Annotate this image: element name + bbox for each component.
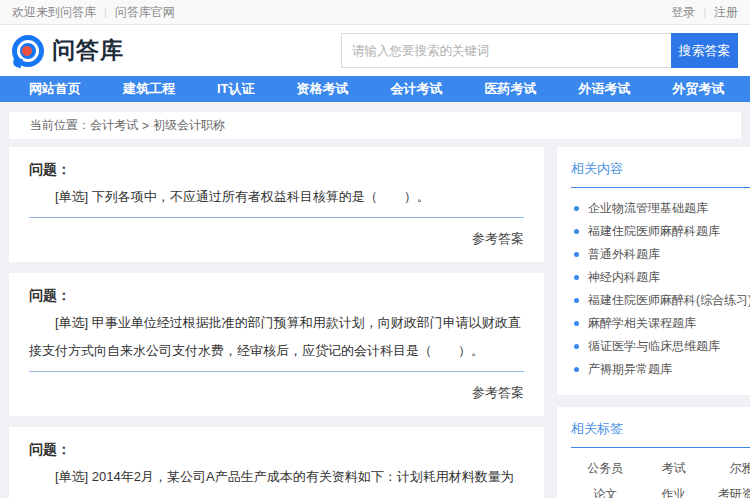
bullet-dot-icon	[574, 298, 579, 303]
bullet-dot-icon	[574, 206, 579, 211]
topbar-left: 欢迎来到问答库 | 问答库官网	[12, 4, 175, 21]
related-content-item-label: 循证医学与临床思维题库	[588, 335, 720, 358]
related-content-item[interactable]: 福建住院医师麻醉科题库	[571, 220, 750, 243]
nav-item[interactable]: 会计考试	[370, 76, 464, 102]
related-content-title: 相关内容	[571, 160, 750, 188]
header: 问答库 搜索答案	[0, 25, 750, 76]
nav-item[interactable]: 外贸考试	[652, 76, 746, 102]
related-content-item[interactable]: 麻醉学相关课程题库	[571, 312, 750, 335]
related-tags-box: 相关标签 公务员考试尔雅论文作业考研资料	[557, 407, 750, 498]
question-title: 问题：	[29, 161, 524, 179]
question-card: 问题： [单选] 下列各项中，不应通过所有者权益科目核算的是（ ）。 参考答案	[9, 147, 544, 262]
question-title: 问题：	[29, 287, 524, 305]
reference-answer-link[interactable]: 参考答案	[29, 384, 524, 402]
tag-grid: 公务员考试尔雅论文作业考研资料	[571, 460, 750, 498]
question-text: [单选] 2014年2月，某公司A产品生产成本的有关资料如下：计划耗用材料数量为…	[29, 463, 524, 498]
question-cards: 问题： [单选] 下列各项中，不应通过所有者权益科目核算的是（ ）。 参考答案 …	[9, 147, 544, 498]
tag-link[interactable]: 论文	[593, 486, 617, 498]
question-text: [单选] 甲事业单位经过根据批准的部门预算和用款计划，向财政部门申请以财政直接支…	[29, 309, 524, 372]
logo-speech-bubble-icon	[12, 35, 44, 67]
question-card: 问题： [单选] 甲事业单位经过根据批准的部门预算和用款计划，向财政部门申请以财…	[9, 273, 544, 416]
related-content-item[interactable]: 普通外科题库	[571, 243, 750, 266]
breadcrumb-category-link[interactable]: 会计考试	[90, 117, 138, 134]
question-list: 问题： [单选] 下列各项中，不应通过所有者权益科目核算的是（ ）。 参考答案 …	[9, 147, 544, 498]
search-answers-button[interactable]: 搜索答案	[671, 33, 738, 68]
question-title: 问题：	[29, 441, 524, 459]
divider: |	[104, 6, 107, 18]
related-content-item-label: 企业物流管理基础题库	[588, 197, 708, 220]
main-nav: 网站首页建筑工程IT认证资格考试会计考试医药考试外语考试外贸考试学历考试	[0, 76, 750, 102]
related-content-item-label: 福建住院医师麻醉科题库	[588, 220, 720, 243]
official-site-link[interactable]: 问答库官网	[115, 4, 175, 21]
nav-item[interactable]: 学历考试	[746, 76, 750, 102]
main-area: 问题： [单选] 下列各项中，不应通过所有者权益科目核算的是（ ）。 参考答案 …	[0, 147, 750, 498]
bullet-dot-icon	[574, 344, 579, 349]
related-content-item[interactable]: 循证医学与临床思维题库	[571, 335, 750, 358]
sidebar: 相关内容 企业物流管理基础题库 福建住院医师麻醉科题库 普通外科题库 神经内科题…	[557, 147, 750, 498]
nav-item[interactable]: 资格考试	[276, 76, 370, 102]
search-input[interactable]	[341, 33, 671, 68]
related-content-item-label: 普通外科题库	[588, 243, 660, 266]
tag-link[interactable]: 考研资料	[718, 486, 750, 498]
nav-item[interactable]: 医药考试	[464, 76, 558, 102]
breadcrumb-current: 初级会计职称	[153, 117, 225, 134]
related-content-item-label: 福建住院医师麻醉科(综合练习)题库	[588, 289, 750, 312]
nav-item[interactable]: 外语考试	[558, 76, 652, 102]
related-tags-title: 相关标签	[571, 420, 750, 448]
bullet-dot-icon	[574, 252, 579, 257]
welcome-text: 欢迎来到问答库	[12, 4, 96, 21]
breadcrumb-separator: >	[142, 119, 149, 133]
bullet-dot-icon	[574, 321, 579, 326]
related-content-item[interactable]: 企业物流管理基础题库	[571, 197, 750, 220]
nav-item[interactable]: 建筑工程	[102, 76, 196, 102]
tag-link[interactable]: 公务员	[587, 460, 623, 477]
breadcrumb: 当前位置： 会计考试 > 初级会计职称	[9, 112, 741, 139]
nav-item[interactable]: 网站首页	[8, 76, 102, 102]
bullet-dot-icon	[574, 275, 579, 280]
reference-answer-link[interactable]: 参考答案	[29, 230, 524, 248]
register-link[interactable]: 注册	[714, 4, 738, 21]
tag-link[interactable]: 考试	[661, 460, 685, 477]
related-content-item[interactable]: 神经内科题库	[571, 266, 750, 289]
topbar-right: 登录 | 注册	[671, 4, 738, 21]
topbar: 欢迎来到问答库 | 问答库官网 登录 | 注册	[0, 0, 750, 25]
related-content-item[interactable]: 福建住院医师麻醉科(综合练习)题库	[571, 289, 750, 312]
divider: |	[703, 6, 706, 18]
tag-link[interactable]: 尔雅	[730, 460, 750, 477]
related-content-box: 相关内容 企业物流管理基础题库 福建住院医师麻醉科题库 普通外科题库 神经内科题…	[557, 147, 750, 395]
related-content-item-label: 神经内科题库	[588, 266, 660, 289]
related-content-item-label: 麻醉学相关课程题库	[588, 312, 696, 335]
question-card: 问题： [单选] 2014年2月，某公司A产品生产成本的有关资料如下：计划耗用材…	[9, 427, 544, 498]
logo-text: 问答库	[52, 35, 124, 66]
bullet-dot-icon	[574, 229, 579, 234]
tag-link[interactable]: 作业	[661, 486, 685, 498]
search-box: 搜索答案	[341, 33, 738, 68]
bullet-dot-icon	[574, 367, 579, 372]
site-logo[interactable]: 问答库	[12, 35, 124, 67]
login-link[interactable]: 登录	[671, 4, 695, 21]
question-text: [单选] 下列各项中，不应通过所有者权益科目核算的是（ ）。	[29, 183, 524, 218]
breadcrumb-label: 当前位置：	[30, 117, 90, 134]
related-content-item[interactable]: 产褥期异常题库	[571, 358, 750, 381]
related-content-item-label: 产褥期异常题库	[588, 358, 672, 381]
related-content-list: 企业物流管理基础题库 福建住院医师麻醉科题库 普通外科题库 神经内科题库 福建住…	[571, 197, 750, 381]
nav-item[interactable]: IT认证	[196, 76, 276, 102]
